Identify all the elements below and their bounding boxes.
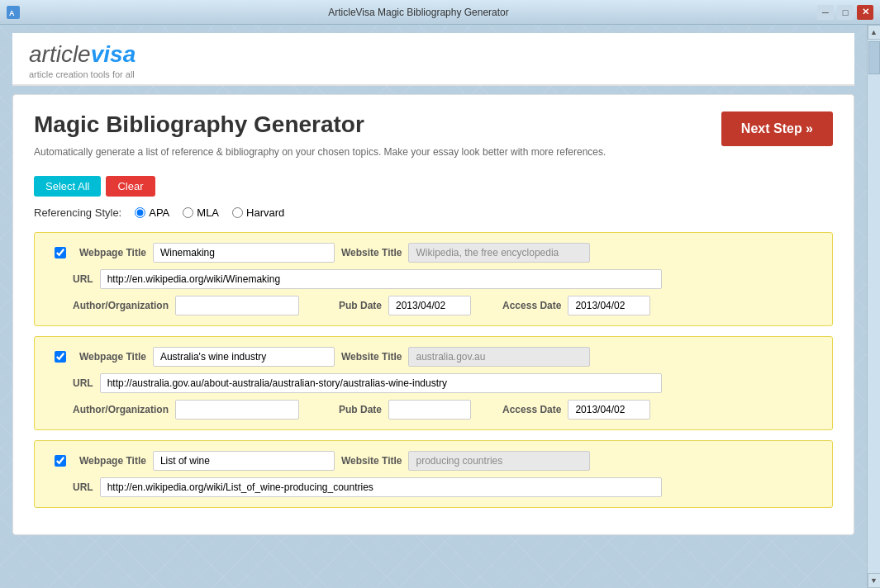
entry-2-url-label: URL xyxy=(73,377,93,389)
content-panel: Magic Bibliography Generator Automatical… xyxy=(12,94,854,535)
window-controls: ─ □ ✕ xyxy=(817,5,873,20)
app-icon: A xyxy=(7,6,20,19)
scrollbar[interactable]: ▲ ▼ xyxy=(867,25,880,588)
entry-1-webpage-title-label: Webpage Title xyxy=(79,247,146,258)
restore-button[interactable]: □ xyxy=(837,5,854,20)
entry-2-accessdate-input[interactable] xyxy=(568,400,650,420)
radio-harvard-label: Harvard xyxy=(246,206,284,219)
radio-mla[interactable]: MLA xyxy=(183,206,219,219)
entry-2-website-title-label: Website Title xyxy=(341,351,402,363)
entry-1-url-label: URL xyxy=(73,273,93,285)
select-all-button[interactable]: Select All xyxy=(34,176,101,197)
entry-card-1: Webpage Title Website Title URL Author/O… xyxy=(34,232,833,326)
entry-2-pubdate-input[interactable] xyxy=(388,400,471,420)
svg-text:A: A xyxy=(9,9,15,17)
scrollbar-thumb[interactable] xyxy=(868,41,880,74)
next-step-button[interactable]: Next Step » xyxy=(721,111,833,146)
entry-1-pubdate-input[interactable] xyxy=(388,296,471,315)
logo-area: articlevisa article creation tools for a… xyxy=(12,33,854,86)
entry-2-webpage-title-label: Webpage Title xyxy=(79,351,146,363)
entry-3-url-input[interactable] xyxy=(100,477,662,497)
window-title: ArticleVisa Magic Bibliography Generator xyxy=(20,7,817,18)
logo-article: article xyxy=(29,41,91,67)
entry-1-webpage-title-input[interactable] xyxy=(153,243,335,263)
radio-mla-label: MLA xyxy=(197,206,219,219)
entry-1-url-input[interactable] xyxy=(100,269,662,289)
close-button[interactable]: ✕ xyxy=(857,5,873,20)
entry-card-2: Webpage Title Website Title URL Author/O… xyxy=(34,336,833,430)
entry-2-checkbox[interactable] xyxy=(55,351,66,363)
clear-button[interactable]: Clear xyxy=(106,176,155,197)
referencing-style-label: Referencing Style: xyxy=(34,206,121,219)
entry-3-checkbox[interactable] xyxy=(55,455,66,467)
radio-mla-input[interactable] xyxy=(183,207,193,218)
entry-3-website-title-label: Website Title xyxy=(341,455,402,467)
page-title: Magic Bibliography Generator xyxy=(34,111,606,138)
entry-1-checkbox[interactable] xyxy=(55,247,66,258)
title-area: Magic Bibliography Generator Automatical… xyxy=(34,111,606,176)
radio-apa-label: APA xyxy=(149,206,169,219)
entry-1-accessdate-input[interactable] xyxy=(568,296,650,315)
entry-1-author-label: Author/Organization xyxy=(73,300,169,311)
scroll-down-arrow[interactable]: ▼ xyxy=(868,573,881,588)
entry-2-url-input[interactable] xyxy=(100,373,662,393)
entry-1-pubdate-label: Pub Date xyxy=(339,300,382,311)
radio-apa[interactable]: APA xyxy=(135,206,169,219)
page-subtitle: Automatically generate a list of referen… xyxy=(34,145,606,159)
radio-apa-input[interactable] xyxy=(135,207,145,218)
logo: articlevisa xyxy=(29,41,838,68)
radio-harvard-input[interactable] xyxy=(232,207,243,218)
logo-visa: visa xyxy=(91,41,136,67)
radio-harvard[interactable]: Harvard xyxy=(232,206,284,219)
entry-2-webpage-title-input[interactable] xyxy=(153,347,335,367)
radio-group: APA MLA Harvard xyxy=(135,206,284,219)
entry-2-website-title-input[interactable] xyxy=(408,347,590,367)
title-bar: A ArticleVisa Magic Bibliography Generat… xyxy=(0,0,880,25)
logo-tagline: article creation tools for all xyxy=(29,69,838,79)
entry-3-webpage-title-input[interactable] xyxy=(153,451,335,471)
entry-3-webpage-title-label: Webpage Title xyxy=(79,455,146,467)
entry-3-url-label: URL xyxy=(73,481,93,493)
scroll-up-arrow[interactable]: ▲ xyxy=(868,25,881,40)
entry-2-pubdate-label: Pub Date xyxy=(339,404,382,415)
entry-2-accessdate-label: Access Date xyxy=(502,404,561,415)
entry-1-accessdate-label: Access Date xyxy=(502,300,561,311)
entry-2-author-input[interactable] xyxy=(175,400,299,420)
entry-3-website-title-input[interactable] xyxy=(408,451,590,471)
entry-1-author-input[interactable] xyxy=(175,296,299,315)
referencing-style-row: Referencing Style: APA MLA Harvard xyxy=(34,206,833,219)
minimize-button[interactable]: ─ xyxy=(817,5,834,20)
entry-2-author-label: Author/Organization xyxy=(73,404,169,415)
entry-1-website-title-input[interactable] xyxy=(408,243,590,263)
action-buttons: Select All Clear xyxy=(34,176,833,197)
entry-1-website-title-label: Website Title xyxy=(341,247,402,258)
entry-card-3: Webpage Title Website Title URL xyxy=(34,440,833,508)
